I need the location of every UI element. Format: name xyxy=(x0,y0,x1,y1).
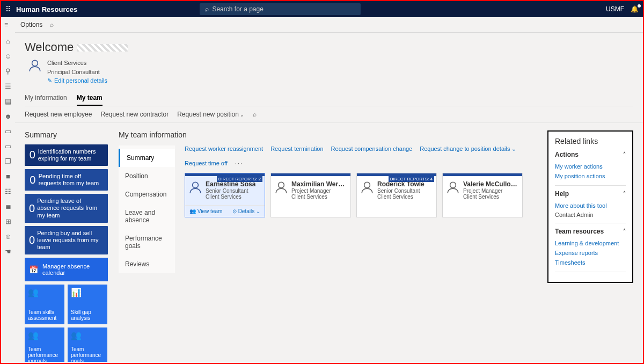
profile-org: Client Services xyxy=(47,59,107,68)
people-icon: 👥 xyxy=(28,288,61,297)
person-role: Senior Consultant xyxy=(206,188,255,194)
app-header: ⠿ Human Resources ⌕ USMF 🔔 xyxy=(1,1,643,17)
apps-icon[interactable]: ⊞ xyxy=(3,216,13,226)
tile-perf-goals[interactable]: 👥 Team performance goals xyxy=(68,327,107,362)
tab-my-team[interactable]: My team xyxy=(77,91,103,106)
menu-compensation[interactable]: Compensation xyxy=(119,185,175,203)
page-title: Welcome xyxy=(25,40,633,54)
people-icon[interactable]: ☺ xyxy=(3,51,13,61)
doc-icon[interactable]: ▭ xyxy=(3,126,13,136)
alert-id-expiring[interactable]: 0 Identification numbers expiring for my… xyxy=(25,144,108,166)
chevron-up-icon: ˄ xyxy=(623,151,626,157)
alert-pending-timeoff[interactable]: 0 Pending time off requests from my team xyxy=(25,169,108,191)
filter-icon[interactable]: ⌕ xyxy=(253,111,257,118)
action-comp-change[interactable]: Request compensation change xyxy=(331,145,413,152)
direct-reports-badge: DIRECT REPORTS: 4 xyxy=(389,176,434,182)
avatar-icon xyxy=(446,180,460,200)
tile-perf-journals[interactable]: 👥 Team performance journals xyxy=(25,327,64,362)
person-role: Project Manager xyxy=(463,188,518,194)
group-icon[interactable]: ☷ xyxy=(3,186,13,196)
tile-skills-assessment[interactable]: 👥 Team skills assessment xyxy=(25,285,64,324)
masked-name xyxy=(77,44,128,52)
chart-icon: 📊 xyxy=(71,288,104,297)
people-cards: DIRECT REPORTS: 2 Earnestine Sosa Senior… xyxy=(185,173,537,217)
edit-personal-details-link[interactable]: Edit personal details xyxy=(47,77,107,84)
summary-title: Summary xyxy=(25,130,108,139)
search-icon: ⌕ xyxy=(205,5,209,13)
search-input[interactable] xyxy=(212,5,355,13)
avatar-icon xyxy=(274,180,288,200)
section-team-resources[interactable]: Team resources˄ xyxy=(555,228,626,235)
section-actions[interactable]: Actions˄ xyxy=(555,151,626,158)
related-links-panel: Related links Actions˄ My worker actions… xyxy=(547,130,633,283)
user2-icon[interactable]: ☺ xyxy=(3,231,13,241)
filter-icon[interactable]: ⌕ xyxy=(50,21,54,28)
nav-rail: ⌂ ☺ ⚲ ☰ ▤ ☻ ▭ ▭ ❐ ■ ☷ ≣ ⊞ ☺ ☚ xyxy=(1,33,15,362)
people-icon: 👥 xyxy=(28,331,61,340)
home-icon[interactable]: ⌂ xyxy=(3,36,13,46)
action-reassign[interactable]: Request worker reassignment xyxy=(185,145,263,152)
text-contact-admin: Contact Admin xyxy=(555,210,594,220)
person-role: Senior Consultant xyxy=(377,188,425,194)
person-card[interactable]: DIRECT REPORTS: 2 Earnestine Sosa Senior… xyxy=(185,173,265,217)
person-name: Valerie McCullou... xyxy=(463,180,518,188)
main-content: Welcome Client Services Principal Consul… xyxy=(15,33,643,362)
chevron-up-icon: ˄ xyxy=(623,191,626,196)
person-dept: Client Services xyxy=(206,194,255,200)
view-team-link[interactable]: 👥 View team xyxy=(189,208,222,214)
person-card[interactable]: Valerie McCullou... Project Manager Clie… xyxy=(442,173,523,217)
avatar-icon xyxy=(360,180,374,200)
avatar-icon xyxy=(28,59,42,72)
person-card[interactable]: DIRECT REPORTS: 4 Roderick Towle Senior … xyxy=(356,173,437,217)
menu-summary[interactable]: Summary xyxy=(119,149,175,167)
section-help[interactable]: Help˄ xyxy=(555,190,626,198)
person-name: Maximilian Werner xyxy=(291,180,346,188)
profile-role: Principal Consultant xyxy=(47,68,107,77)
manager-absence-calendar[interactable]: 📅 Manager absence calendar xyxy=(25,258,108,281)
link-learning-dev[interactable]: Learning & development xyxy=(555,238,626,248)
action-pos-change[interactable]: Request change to position details ⌄ xyxy=(420,145,516,152)
clipboard-icon[interactable]: ▤ xyxy=(3,96,13,106)
request-new-contractor[interactable]: Request new contractor xyxy=(100,111,169,118)
feedback-icon[interactable]: ☚ xyxy=(3,246,13,256)
building-icon[interactable]: ■ xyxy=(3,171,13,181)
notifications-icon[interactable]: 🔔 xyxy=(631,5,639,13)
menu-perf-goals[interactable]: Performance goals xyxy=(119,229,175,255)
list-icon[interactable]: ≣ xyxy=(3,201,13,211)
action-timeoff[interactable]: Request time off xyxy=(185,160,228,166)
hamburger-icon[interactable]: ≡ xyxy=(4,21,8,28)
company-code[interactable]: USMF xyxy=(606,5,624,13)
action-more[interactable]: ··· xyxy=(235,160,243,166)
details-link[interactable]: ⊙ Details ⌄ xyxy=(232,208,260,214)
person-card[interactable]: Maximilian Werner Project Manager Client… xyxy=(270,173,351,217)
menu-reviews[interactable]: Reviews xyxy=(119,255,175,273)
request-new-employee[interactable]: Request new employee xyxy=(25,111,92,118)
menu-leave[interactable]: Leave and absence xyxy=(119,203,175,229)
link-timesheets[interactable]: Timesheets xyxy=(555,258,626,267)
action-toolbar: Request new employee Request new contrac… xyxy=(15,106,643,123)
alert-pending-buysell[interactable]: 0 Pending buy and sell leave requests fr… xyxy=(25,226,108,255)
alert-pending-leave[interactable]: 0 Pending leave of absence requests from… xyxy=(25,194,108,223)
org-icon[interactable]: ⚲ xyxy=(3,66,13,76)
doc2-icon[interactable]: ▭ xyxy=(3,141,13,151)
link-position-actions[interactable]: My position actions xyxy=(555,171,626,181)
direct-reports-badge: DIRECT REPORTS: 2 xyxy=(217,176,262,182)
global-search[interactable]: ⌕ xyxy=(200,3,361,15)
related-title: Related links xyxy=(555,137,626,145)
tile-skill-gap[interactable]: 📊 Skill gap analysis xyxy=(68,285,107,324)
person-icon[interactable]: ☻ xyxy=(3,111,13,121)
tab-my-information[interactable]: My information xyxy=(25,91,67,106)
stack-icon[interactable]: ❐ xyxy=(3,156,13,166)
waffle-icon[interactable]: ⠿ xyxy=(5,5,11,13)
action-terminate[interactable]: Request termination xyxy=(270,145,323,152)
person-dept: Client Services xyxy=(291,194,346,200)
options-menu[interactable]: Options xyxy=(20,21,42,28)
tasks-icon[interactable]: ☰ xyxy=(3,81,13,91)
link-more-about[interactable]: More about this tool xyxy=(555,201,626,210)
menu-position[interactable]: Position xyxy=(119,167,175,185)
link-worker-actions[interactable]: My worker actions xyxy=(555,162,626,171)
request-new-position[interactable]: Request new position⌄ xyxy=(177,111,244,118)
team-info-title: My team information xyxy=(119,130,537,139)
link-expense-reports[interactable]: Expense reports xyxy=(555,248,626,258)
avatar-icon xyxy=(188,180,202,200)
